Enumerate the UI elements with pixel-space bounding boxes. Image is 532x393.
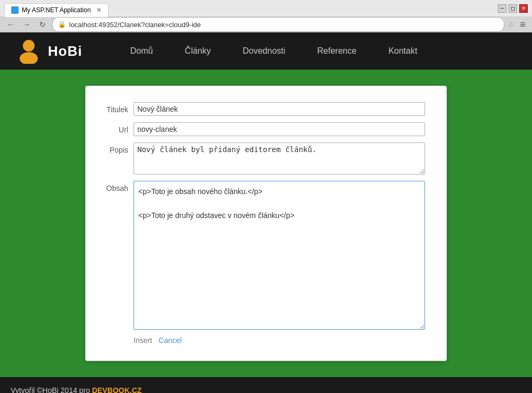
form-actions: Insert Cancel [134, 336, 425, 345]
tab-title: My ASP.NET Application [22, 6, 91, 14]
tab-close-button[interactable]: ✕ [96, 6, 102, 14]
tab-favicon: 🌐 [11, 6, 19, 14]
app: HoBi Domů Články Dovednosti Reference Ko… [0, 32, 532, 393]
browser-titlebar: 🌐 My ASP.NET Application ✕ ─ ◻ ✕ [0, 0, 532, 17]
address-input[interactable] [69, 21, 498, 29]
url-label: Url [102, 122, 134, 134]
minimize-button[interactable]: ─ [498, 4, 506, 13]
nav-item-dovednosti[interactable]: Dovednosti [227, 32, 301, 70]
brand-name: HoBi [48, 43, 82, 60]
navbar: HoBi Domů Články Dovednosti Reference Ko… [0, 32, 532, 70]
footer-link[interactable]: DEVBOOK.CZ [92, 386, 142, 393]
browser-controls: ← → ↻ 🔒 ☆ ≡ [0, 17, 532, 32]
nav-item-kontakt[interactable]: Kontakt [372, 32, 433, 70]
forward-button[interactable]: → [20, 18, 33, 31]
titulek-input[interactable] [134, 102, 425, 116]
svg-point-1 [20, 52, 38, 64]
close-button[interactable]: ✕ [519, 4, 528, 13]
insert-button[interactable]: Insert [134, 336, 152, 345]
cancel-button[interactable]: Cancel [159, 336, 182, 345]
obsah-row: Obsah <p>Toto je obsah nového článku.</p… [102, 181, 425, 330]
form-card: Titulek Url Popis Nový článek byl přidan… [85, 86, 447, 361]
reload-button[interactable]: ↻ [36, 18, 49, 31]
footer-text-prefix: Vytvořil ©HoBi 2014 pro [11, 386, 92, 393]
navbar-nav: Domů Články Dovednosti Reference Kontakt [114, 32, 516, 70]
obsah-label: Obsah [102, 181, 134, 193]
obsah-textarea[interactable]: <p>Toto je obsah nového článku.</p> <p>T… [134, 181, 425, 330]
nav-item-domu[interactable]: Domů [114, 32, 169, 70]
main-content: Titulek Url Popis Nový článek byl přidan… [0, 70, 532, 377]
bookmark-star-icon[interactable]: ☆ [508, 20, 514, 29]
address-bar-container[interactable]: 🔒 [52, 17, 504, 32]
restore-button[interactable]: ◻ [509, 4, 517, 13]
footer-text: Vytvořil ©HoBi 2014 pro DEVBOOK.CZ [11, 386, 142, 393]
user-avatar-icon [16, 38, 41, 64]
url-row: Url [102, 122, 425, 136]
popis-label: Popis [102, 143, 134, 154]
browser-menu-icon[interactable]: ≡ [518, 19, 528, 30]
address-lock-icon: 🔒 [58, 21, 66, 28]
back-button[interactable]: ← [4, 18, 17, 31]
footer: Vytvořil ©HoBi 2014 pro DEVBOOK.CZ [0, 377, 532, 393]
nav-item-reference[interactable]: Reference [301, 32, 372, 70]
titulek-row: Titulek [102, 102, 425, 116]
url-input[interactable] [134, 122, 425, 136]
nav-item-clanky[interactable]: Články [169, 32, 227, 70]
popis-row: Popis Nový článek byl přidaný editorem č… [102, 143, 425, 174]
browser-tab[interactable]: 🌐 My ASP.NET Application ✕ [4, 3, 109, 17]
svg-point-0 [23, 40, 35, 52]
popis-textarea[interactable]: Nový článek byl přidaný editorem článků. [134, 143, 425, 174]
titulek-label: Titulek [102, 102, 134, 114]
navbar-brand: HoBi [16, 38, 82, 64]
